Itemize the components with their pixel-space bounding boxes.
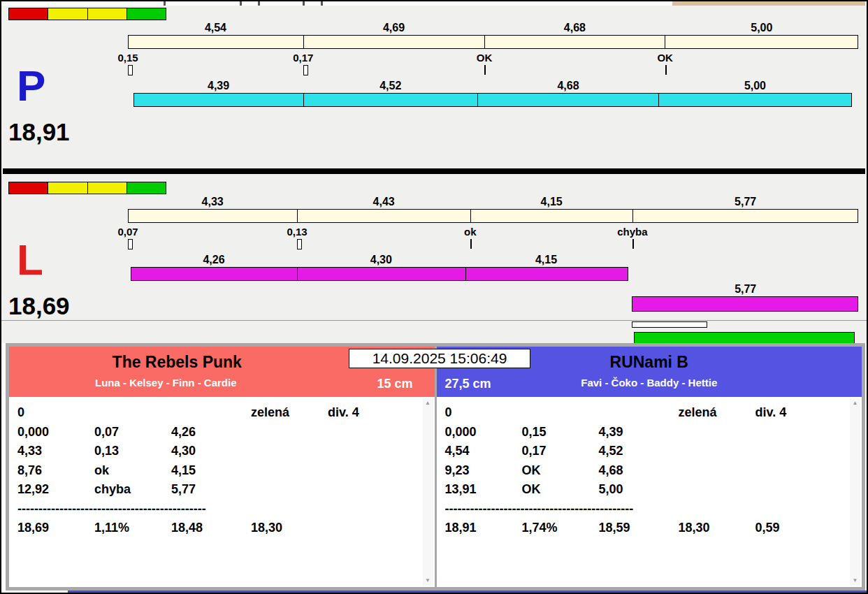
delay-label: OK	[453, 52, 516, 64]
bottom-blue-bar	[68, 591, 867, 594]
result-cell: 18,69	[17, 519, 94, 538]
result-cell: 0,07	[94, 423, 171, 442]
top-split-labels-seg: 4,33	[128, 196, 297, 208]
result-cell: 1,74%	[522, 519, 599, 538]
result-row: 18,691,11%18,4818,30	[17, 519, 435, 538]
start-delay-labels: 0,150,17OKOK	[128, 52, 858, 64]
timing-app-window: 4,544,694,685,000,150,17OKOK4,394,524,68…	[0, 0, 868, 594]
boundary-tick-icon	[665, 65, 667, 75]
top-split-bar-seg	[128, 209, 298, 223]
result-cell	[328, 442, 435, 461]
scroll-down-icon[interactable]: ▼	[425, 578, 431, 584]
boundary-tick-icon	[632, 239, 634, 249]
bottom-split-bar-seg	[477, 93, 658, 107]
result-cell: 4,39	[599, 423, 679, 442]
bottom-split-labels: 4,394,524,685,00	[128, 80, 858, 92]
result-cell: 0,000	[445, 423, 522, 442]
start-delay-labels: 0,070,13okchyba	[128, 226, 858, 238]
result-row: 0zelenádiv. 4	[445, 403, 862, 423]
result-cell	[755, 423, 862, 442]
result-cell	[328, 423, 435, 442]
top-split-labels-seg: 5,77	[632, 196, 858, 208]
result-rows-right: 0zelenádiv. 40,0000,154,394,540,174,529,…	[445, 403, 862, 538]
result-cell	[522, 403, 599, 423]
datetime-display: 14.09.2025 15:06:49	[349, 349, 530, 368]
result-cell	[679, 442, 755, 461]
bottom-split-bar-seg	[658, 93, 852, 107]
boundary-tick-icon	[470, 239, 472, 249]
result-cell: ok	[94, 461, 171, 481]
scroll-up-icon[interactable]: ▲	[853, 400, 858, 406]
lane-total-time: 18,91	[8, 119, 70, 146]
chip-segment	[87, 182, 126, 194]
lane-p-content: 4,544,694,685,000,150,17OKOK4,394,524,68…	[1, 6, 867, 168]
result-cell	[755, 480, 862, 500]
delay-label: 0,15	[96, 52, 159, 64]
result-cell	[755, 461, 862, 481]
scrollbar[interactable]: ▲ ▼	[423, 398, 433, 586]
status-color-bar	[8, 8, 166, 20]
result-row: 9,23OK4,68	[445, 461, 862, 481]
result-cell: 8,76	[17, 461, 94, 481]
results-panel: The Rebels Punk Luna - Kelsey - Finn - C…	[6, 343, 865, 591]
result-cell: 0,17	[522, 442, 599, 461]
section-divider	[3, 168, 865, 174]
overflow-label: 5,77	[128, 283, 858, 296]
result-row: 0,0000,154,39	[445, 423, 862, 442]
result-cell	[679, 461, 755, 481]
delay-label: chyba	[601, 226, 664, 238]
top-split-labels-seg: 5,00	[665, 22, 858, 34]
scroll-up-icon[interactable]: ▲	[425, 400, 431, 406]
result-cell: OK	[522, 480, 599, 500]
result-row: 0,0000,074,26	[17, 423, 435, 442]
team-panel-left: The Rebels Punk Luna - Kelsey - Finn - C…	[9, 347, 435, 587]
scroll-down-icon[interactable]: ▼	[853, 578, 858, 584]
top-split-bar	[128, 209, 858, 223]
result-cell: 0,000	[17, 423, 94, 442]
result-cell: 0,59	[755, 519, 862, 538]
result-cell	[251, 461, 328, 481]
overflow-bar-seg	[632, 296, 858, 312]
top-split-bar-seg	[484, 35, 665, 49]
bottom-split-labels-seg: 4,15	[465, 254, 628, 266]
top-split-labels-seg: 4,68	[484, 22, 665, 34]
status-color-bar	[8, 182, 166, 194]
marker-box	[632, 321, 707, 328]
result-cell: 18,91	[445, 519, 522, 538]
scrollbar[interactable]: ▲ ▼	[850, 398, 860, 586]
top-split-bar-seg	[665, 35, 858, 49]
lane-letter: L	[17, 238, 43, 282]
bottom-split-labels-seg: 4,30	[297, 254, 465, 266]
team-members-right: Favi - Čoko - Baddy - Hettie	[437, 377, 862, 389]
result-cell: 0	[17, 403, 94, 423]
results-text-left: 0zelenádiv. 40,0000,074,264,330,134,308,…	[9, 397, 435, 587]
result-cell: 18,48	[171, 519, 251, 538]
result-cell: 0,13	[94, 442, 171, 461]
result-cell: zelená	[679, 403, 755, 423]
result-cell	[679, 480, 755, 500]
lane-letter: P	[17, 64, 45, 108]
top-split-bar-seg	[297, 209, 471, 223]
top-split-labels: 4,334,434,155,77	[128, 196, 858, 208]
hurdle-height-left: 15 cm	[377, 377, 412, 391]
team-panel-right: RUNami B Favi - Čoko - Baddy - Hettie 27…	[437, 347, 862, 587]
green-progress-bar	[634, 332, 855, 344]
result-cell: 13,91	[445, 480, 522, 500]
bottom-status-strip	[1, 591, 867, 594]
top-split-labels-seg: 4,69	[303, 22, 484, 34]
separator-row: ----------------------------------------…	[17, 500, 435, 519]
bottom-split-bar-seg	[131, 267, 298, 281]
result-cell	[171, 403, 251, 423]
bottom-split-labels-seg: 4,26	[131, 254, 297, 266]
result-cell	[251, 442, 328, 461]
result-cell: zelená	[251, 403, 328, 423]
bottom-split-bar-seg	[297, 267, 466, 281]
top-split-bar	[128, 35, 858, 49]
result-cell: 18,30	[679, 519, 755, 538]
chip-segment	[9, 8, 48, 20]
result-row: 4,540,174,52	[445, 442, 862, 461]
start-delay-marker-icon	[128, 239, 133, 249]
overflow-label-seg: 5,77	[632, 283, 858, 296]
top-split-labels-seg: 4,54	[128, 22, 303, 34]
result-cell: 0,15	[522, 423, 599, 442]
